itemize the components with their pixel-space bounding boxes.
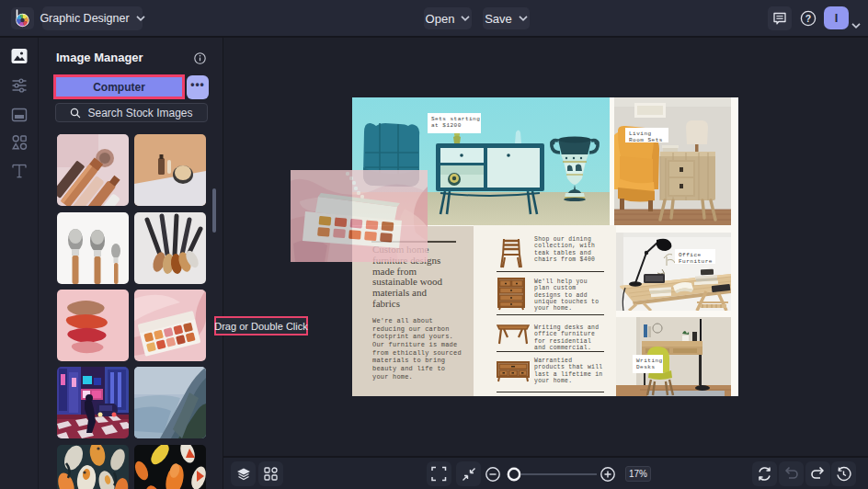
svg-text:?: ?	[805, 13, 811, 24]
